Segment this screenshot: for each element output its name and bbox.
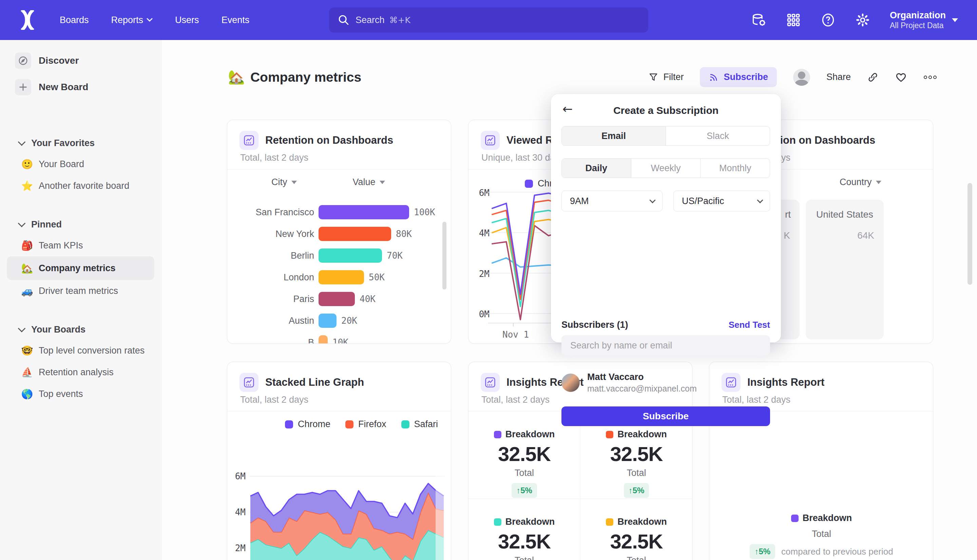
sidebar-item-team-kpis[interactable]: 🎒 Team KPIs [0, 235, 161, 256]
frequency-tabs: Daily Weekly Monthly [561, 158, 770, 178]
time-select[interactable]: 9AM [561, 190, 663, 212]
search-placeholder: Search [356, 15, 385, 25]
table-row[interactable]: New York80K [227, 223, 451, 245]
table-row[interactable]: Paris40K [227, 288, 451, 310]
section-your-favorites[interactable]: Your Favorites [0, 133, 161, 153]
legend-firefox[interactable]: Firefox [345, 419, 386, 430]
nav-reports[interactable]: Reports [111, 15, 153, 25]
nav-boards[interactable]: Boards [60, 15, 89, 25]
smiley-emoji-icon: 🙂 [20, 158, 34, 170]
chevron-down-icon [952, 18, 958, 22]
card-subtitle: Total, last 2 days [240, 395, 308, 405]
metric-tile[interactable]: Breakdown 32.5K Total [468, 499, 580, 560]
legend-chrome[interactable]: Chrome [285, 419, 331, 430]
filter-button[interactable]: Filter [648, 72, 683, 82]
primary-nav: Boards Reports Users Events [60, 15, 249, 25]
sidebar-new-board[interactable]: New Board [0, 74, 161, 100]
channel-tabs: Email Slack [561, 126, 770, 146]
column-header-value[interactable]: Value [353, 177, 385, 187]
timezone-select[interactable]: US/Pacific [673, 190, 770, 212]
legend-swatch [401, 420, 409, 428]
sidebar-discover[interactable]: Discover [0, 47, 161, 74]
sidebar-item-retention-analysis[interactable]: ⛵ Retention analysis [0, 362, 161, 383]
sidebar-item-another-favorite-board[interactable]: ⭐ Another favorite board [0, 175, 161, 197]
legend-safari[interactable]: Safari [401, 419, 438, 430]
plus-icon [15, 79, 31, 95]
search-icon [338, 14, 349, 26]
breakdown-swatch [494, 431, 501, 438]
chevron-down-icon [18, 325, 26, 333]
help-icon[interactable] [821, 13, 835, 27]
chevron-down-icon [18, 220, 26, 227]
sort-caret-icon [380, 181, 385, 184]
sidebar-item-top-level-conversion-rates[interactable]: 🤓 Top level conversion rates [0, 340, 161, 362]
sidebar-item-driver-team-metrics[interactable]: 🚙 Driver team metrics [0, 280, 161, 302]
tab-slack[interactable]: Slack [666, 127, 770, 145]
tab-monthly[interactable]: Monthly [700, 158, 770, 178]
y-tick: 2M [227, 543, 246, 553]
card-subtitle: Total, last 2 days [722, 395, 790, 405]
metric-value: 32.5K [610, 442, 663, 466]
avatar[interactable] [793, 69, 810, 86]
modal-subscribe-button[interactable]: Subscribe [561, 407, 770, 426]
sidebar-item-company-metrics[interactable]: 🏡 Company metrics [7, 256, 154, 280]
sidebar-item-your-board[interactable]: 🙂 Your Board [0, 153, 161, 175]
subscriber-avatar [561, 373, 580, 392]
table-scrollbar[interactable] [443, 222, 446, 290]
legend-swatch [345, 420, 354, 428]
section-pinned[interactable]: Pinned [0, 214, 161, 235]
chevron-down-icon [757, 197, 763, 203]
metric-tile[interactable]: Breakdown Total ↑5% compared to previous… [709, 513, 933, 559]
org-name: Organization [890, 10, 946, 22]
settings-gear-icon[interactable] [855, 13, 870, 27]
sidebar: Discover New Board Your Favorites 🙂 Your… [0, 40, 162, 560]
column-header-city[interactable]: City [271, 177, 297, 187]
metric-value: 32.5K [610, 530, 663, 553]
line-chart-icon [239, 373, 259, 392]
copy-link-button[interactable] [867, 72, 878, 83]
chart-legend: Chrome Firefox Safari [285, 419, 438, 430]
apps-grid-icon[interactable] [786, 13, 801, 27]
subscribe-button[interactable]: Subscribe [700, 67, 777, 87]
data-management-icon[interactable] [752, 13, 767, 27]
table-row[interactable]: San Francisco100K [227, 202, 451, 223]
nav-events[interactable]: Events [222, 15, 250, 25]
page-scrollbar[interactable] [967, 183, 972, 285]
send-test-link[interactable]: Send Test [729, 320, 770, 330]
chevron-down-icon [18, 138, 26, 146]
top-nav: Boards Reports Users Events Search ⌘+K [0, 0, 977, 40]
org-switcher[interactable]: Organization All Project Data [890, 10, 958, 30]
tab-daily[interactable]: Daily [562, 158, 631, 178]
sort-caret-icon [876, 181, 881, 184]
page-title: Company metrics [251, 70, 361, 85]
subscriber-search-input[interactable] [561, 335, 770, 356]
tab-weekly[interactable]: Weekly [631, 158, 701, 178]
table-row[interactable]: Austin20K [227, 310, 451, 332]
stacked-area-chart[interactable] [250, 471, 445, 560]
subscriber-list-item[interactable]: Matt Vaccaro matt.vaccaro@mixpanel.com [561, 372, 697, 393]
metric-tile[interactable]: Breakdown 32.5K Total [580, 499, 692, 560]
favorite-button[interactable] [895, 71, 907, 83]
section-your-boards[interactable]: Your Boards [0, 319, 161, 340]
mixpanel-logo-icon[interactable] [20, 10, 35, 30]
bar [319, 248, 382, 263]
table-row[interactable]: Berlin70K [227, 245, 451, 267]
globe-emoji-icon: 🌎 [20, 388, 34, 400]
link-icon [867, 72, 878, 83]
tab-email[interactable]: Email [562, 127, 666, 145]
search-input[interactable]: Search ⌘+K [329, 7, 648, 33]
column-header-country[interactable]: Country [840, 177, 881, 187]
x-tick: Nov 1 [503, 330, 529, 340]
bar [319, 335, 328, 344]
table-cell-united-states[interactable]: United States 64K [806, 200, 884, 339]
table-row[interactable]: B10K [227, 332, 451, 344]
bar [319, 227, 391, 241]
backpack-emoji-icon: 🎒 [20, 240, 34, 251]
sidebar-item-top-events[interactable]: 🌎 Top events [0, 383, 161, 405]
more-options-button[interactable] [924, 74, 937, 81]
funnel-icon [648, 72, 658, 82]
share-button[interactable]: Share [827, 72, 851, 82]
table-row[interactable]: London50K [227, 267, 451, 288]
nav-users[interactable]: Users [175, 15, 199, 25]
line-chart-icon [721, 373, 741, 392]
